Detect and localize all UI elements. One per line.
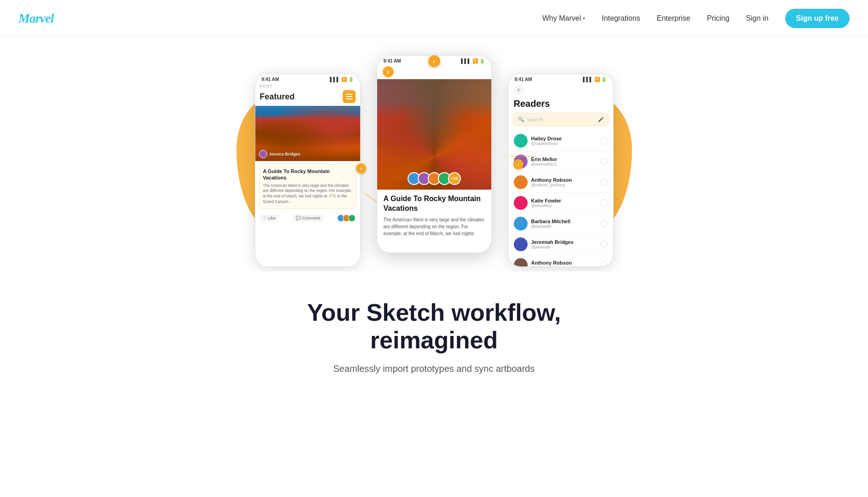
reader-name-3: Anthony Robson: [531, 177, 597, 183]
center-avatar-row: +15: [408, 172, 461, 185]
like-button[interactable]: ♡ Like: [260, 214, 279, 222]
reader-row-7[interactable]: Anthony Robson @robson_anthony: [508, 255, 613, 267]
reader-name-2: Erin Mellor: [531, 156, 597, 162]
reader-handle-3: @robson_anthony: [531, 183, 597, 187]
signal-icon: ▌▌▌: [330, 77, 339, 82]
center-avatar-count: +15: [448, 172, 461, 185]
mic-icon: 🎤: [598, 117, 604, 122]
article-card-left[interactable]: A Guide To Rocky Mountain Vacations The …: [259, 164, 356, 209]
phones-container: ‹ › ‹ 9:41 AM ▌▌▌ 🛜 🔋: [250, 55, 618, 272]
reader-name-1: Hailey Drose: [531, 136, 597, 141]
reader-check-5[interactable]: [600, 220, 608, 227]
reaction-avatars: [337, 214, 356, 222]
nav-link-pricing[interactable]: Pricing: [707, 14, 730, 23]
readers-title: Readers: [508, 97, 613, 113]
reader-row-2[interactable]: Erin Mellor @erinmello21: [508, 151, 613, 172]
reader-avatar-5: [514, 217, 528, 231]
reaction-avatar-3: [348, 214, 356, 222]
phone-right: 9:41 AM ▌▌▌ 🛜 🔋 ‹ Readers 🔍 Search 🎤: [508, 74, 614, 267]
heart-icon: ♡: [263, 216, 267, 220]
article-author-overlay: Jessica Bridges: [259, 150, 301, 158]
center-article-title: A Guide To Rocky Mountain Vacations: [377, 190, 491, 216]
reader-name-5: Barbara Mitchell: [531, 219, 597, 224]
hero-heading: Your Sketch workflow, reimagined: [273, 299, 595, 354]
reader-avatar-7: [514, 258, 528, 267]
comment-button[interactable]: 💬 Comment: [293, 214, 323, 222]
battery-icon: 🔋: [479, 58, 485, 64]
reader-avatar-3: [514, 175, 528, 189]
reader-name-7: Anthony Robson: [531, 260, 597, 266]
search-icon: 🔍: [518, 116, 524, 122]
reader-handle-7: @robson_anthony: [531, 266, 597, 267]
post-tag: POST: [255, 83, 360, 89]
battery-icon: 🔋: [348, 77, 354, 82]
article-actions: ♡ Like 💬 Comment: [255, 212, 360, 225]
chevron-down-icon: ▾: [583, 16, 585, 21]
navbar: Marvel Why Marvel ▾ Integrations Enterpr…: [0, 0, 868, 37]
author-avatar: [259, 150, 267, 158]
hero-text-section: Your Sketch workflow, reimagined Seamles…: [0, 272, 868, 393]
hero-subheading: Seamlessly import prototypes and sync ar…: [296, 364, 572, 374]
reader-row-6[interactable]: Jeremiah Bridges @jeremah: [508, 234, 613, 255]
phone-left: 9:41 AM ▌▌▌ 🛜 🔋 POST Featured: [255, 74, 361, 267]
reader-handle-5: @barbiedit: [531, 224, 597, 229]
reader-check-6[interactable]: [600, 241, 608, 248]
center-article-body: The American West is very large and the …: [377, 216, 491, 237]
nav-links: Why Marvel ▾ Integrations Enterprise Pri…: [542, 9, 850, 28]
reader-row-3[interactable]: Anthony Robson @robson_anthony: [508, 172, 613, 193]
nav-link-integrations[interactable]: Integrations: [602, 14, 640, 23]
reader-handle-1: @hayleydrose: [531, 141, 597, 146]
article-image-left: Jessica Bridges: [255, 106, 360, 161]
hero-section: ‹ › ‹ 9:41 AM ▌▌▌ 🛜 🔋: [0, 37, 868, 272]
nav-arrow-mid-right[interactable]: ‹: [513, 159, 523, 169]
reader-name-6: Jeremiah Bridges: [531, 239, 597, 245]
reader-row-5[interactable]: Barbara Mitchell @barbiedit: [508, 214, 613, 234]
nav-link-why-marvel[interactable]: Why Marvel ▾: [542, 14, 585, 23]
menu-icon[interactable]: [343, 90, 356, 103]
signup-button[interactable]: Sign up free: [785, 9, 850, 28]
back-button-right[interactable]: ‹: [514, 85, 524, 95]
center-canyon-image: +15: [377, 79, 491, 190]
featured-header: Featured: [255, 89, 360, 106]
reader-handle-6: @jeremah: [531, 245, 597, 249]
signal-icon: ▌▌▌: [583, 77, 592, 82]
signal-icon: ▌▌▌: [461, 58, 471, 64]
featured-title: Featured: [260, 92, 295, 102]
reader-check-2[interactable]: [600, 158, 608, 165]
article-card-title: A Guide To Rocky Mountain Vacations: [263, 168, 352, 181]
comment-icon: 💬: [296, 216, 301, 220]
back-button-center[interactable]: ‹: [383, 66, 394, 77]
reader-avatar-1: [514, 134, 528, 148]
wifi-icon: 🛜: [341, 77, 347, 82]
phone-center: 9:41 AM ▌▌▌ 🛜 🔋 ‹ +15: [377, 55, 492, 253]
wifi-icon: 🛜: [472, 58, 478, 64]
search-placeholder: Search: [527, 117, 595, 122]
reader-name-4: Katie Fowler: [531, 198, 597, 203]
back-bar-right: ‹: [508, 83, 613, 97]
nav-arrow-mid-left[interactable]: ›: [356, 163, 366, 173]
reader-check-1[interactable]: [600, 137, 608, 144]
wifi-icon: 🛜: [594, 77, 600, 82]
reader-handle-4: @kfowlfrey: [531, 203, 597, 208]
battery-icon: 🔋: [601, 77, 607, 82]
reader-row-1[interactable]: Hailey Drose @hayleydrose: [508, 131, 613, 151]
reader-row-4[interactable]: Katie Fowler @kfowlfrey: [508, 193, 613, 214]
status-bar-left: 9:41 AM ▌▌▌ 🛜 🔋: [255, 74, 360, 83]
reader-avatar-4: [514, 196, 528, 210]
nav-link-signin[interactable]: Sign in: [746, 14, 769, 23]
reader-avatar-6: [514, 237, 528, 251]
author-name: Jessica Bridges: [269, 152, 301, 156]
reader-check-3[interactable]: [600, 179, 608, 186]
marvel-logo[interactable]: Marvel: [18, 11, 53, 26]
reader-handle-2: @erinmello21: [531, 162, 597, 167]
readers-search[interactable]: 🔍 Search 🎤: [513, 113, 609, 126]
article-card-body: The American West is very large and the …: [263, 183, 352, 205]
status-bar-right: 9:41 AM ▌▌▌ 🛜 🔋: [508, 74, 613, 83]
reader-check-4[interactable]: [600, 199, 608, 207]
reader-check-7[interactable]: [600, 261, 608, 267]
nav-arrow-top[interactable]: ‹: [428, 55, 440, 67]
nav-link-enterprise[interactable]: Enterprise: [657, 14, 690, 23]
